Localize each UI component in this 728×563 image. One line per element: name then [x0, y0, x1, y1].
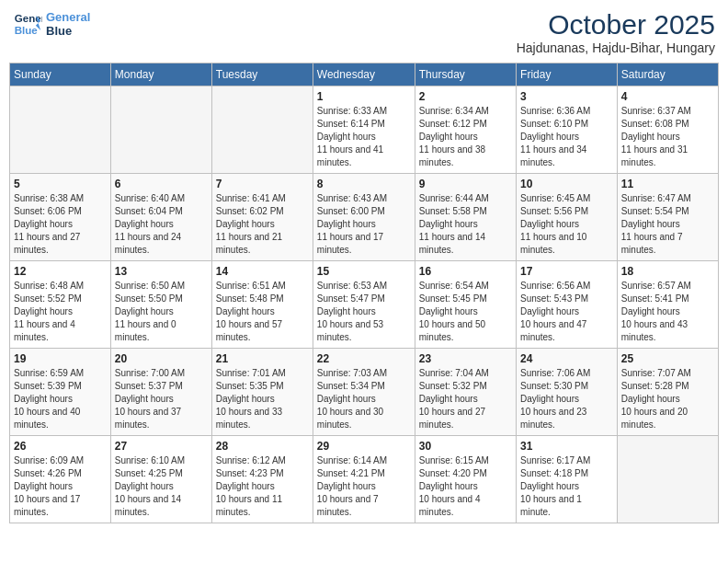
day-cell: 20Sunrise: 7:00 AMSunset: 5:37 PMDayligh… [110, 349, 211, 436]
day-info: Sunrise: 6:48 AMSunset: 5:52 PMDaylight … [14, 280, 107, 344]
day-info: Sunrise: 6:40 AMSunset: 6:04 PMDaylight … [115, 192, 208, 257]
page-header: General Blue GeneralBlue October 2025 Ha… [9, 9, 719, 55]
day-info: Sunrise: 6:53 AMSunset: 5:47 PMDaylight … [317, 280, 411, 344]
day-cell: 8Sunrise: 6:43 AMSunset: 6:00 PMDaylight… [313, 174, 415, 261]
day-number: 6 [115, 178, 208, 190]
day-info: Sunrise: 6:17 AMSunset: 4:18 PMDaylight … [520, 454, 613, 519]
day-number: 9 [419, 178, 512, 190]
day-number: 19 [14, 352, 107, 365]
day-info: Sunrise: 6:33 AMSunset: 6:14 PMDaylight … [317, 105, 411, 169]
day-cell: 15Sunrise: 6:53 AMSunset: 5:47 PMDayligh… [313, 261, 415, 349]
day-cell: 1Sunrise: 6:33 AMSunset: 6:14 PMDaylight… [313, 86, 415, 174]
day-info: Sunrise: 6:43 AMSunset: 6:00 PMDaylight … [317, 192, 411, 257]
day-cell: 24Sunrise: 7:06 AMSunset: 5:30 PMDayligh… [517, 349, 618, 436]
day-cell: 18Sunrise: 6:57 AMSunset: 5:41 PMDayligh… [617, 261, 718, 349]
title-area: October 2025 Hajdunanas, Hajdu-Bihar, Hu… [517, 9, 715, 55]
day-cell: 29Sunrise: 6:14 AMSunset: 4:21 PMDayligh… [313, 436, 415, 523]
weekday-header-saturday: Saturday [617, 63, 718, 86]
day-cell: 26Sunrise: 6:09 AMSunset: 4:26 PMDayligh… [10, 436, 111, 523]
weekday-header-row: SundayMondayTuesdayWednesdayThursdayFrid… [10, 63, 719, 86]
day-info: Sunrise: 6:09 AMSunset: 4:26 PMDaylight … [14, 454, 107, 519]
day-info: Sunrise: 6:50 AMSunset: 5:50 PMDaylight … [115, 280, 208, 344]
day-info: Sunrise: 6:14 AMSunset: 4:21 PMDaylight … [317, 454, 411, 519]
weekday-header-thursday: Thursday [415, 63, 516, 86]
day-number: 22 [317, 352, 411, 365]
day-cell: 4Sunrise: 6:37 AMSunset: 6:08 PMDaylight… [617, 86, 718, 174]
day-cell: 10Sunrise: 6:45 AMSunset: 5:56 PMDayligh… [517, 174, 618, 261]
day-number: 1 [317, 90, 411, 103]
day-number: 23 [419, 352, 512, 365]
day-number: 28 [216, 440, 309, 453]
day-cell: 3Sunrise: 6:36 AMSunset: 6:10 PMDaylight… [517, 86, 618, 174]
weekday-header-monday: Monday [110, 63, 211, 86]
day-cell: 9Sunrise: 6:44 AMSunset: 5:58 PMDaylight… [415, 174, 516, 261]
day-cell: 14Sunrise: 6:51 AMSunset: 5:48 PMDayligh… [211, 261, 313, 349]
day-info: Sunrise: 7:04 AMSunset: 5:32 PMDaylight … [419, 367, 512, 431]
day-number: 2 [419, 90, 512, 103]
weekday-header-friday: Friday [517, 63, 618, 86]
day-number: 10 [520, 178, 613, 190]
day-number: 7 [216, 178, 309, 190]
day-number: 4 [621, 90, 714, 103]
day-number: 26 [14, 440, 107, 453]
day-cell [617, 436, 718, 523]
day-number: 8 [317, 178, 411, 190]
day-cell: 19Sunrise: 6:59 AMSunset: 5:39 PMDayligh… [10, 349, 111, 436]
day-info: Sunrise: 6:45 AMSunset: 5:56 PMDaylight … [520, 192, 613, 257]
day-info: Sunrise: 7:07 AMSunset: 5:28 PMDaylight … [621, 367, 714, 431]
day-info: Sunrise: 6:47 AMSunset: 5:54 PMDaylight … [621, 192, 714, 257]
day-number: 16 [419, 265, 512, 278]
day-number: 17 [520, 265, 613, 278]
week-row-5: 26Sunrise: 6:09 AMSunset: 4:26 PMDayligh… [10, 436, 719, 523]
day-number: 14 [216, 265, 309, 278]
day-cell: 2Sunrise: 6:34 AMSunset: 6:12 PMDaylight… [415, 86, 516, 174]
day-cell [10, 86, 111, 174]
day-cell: 16Sunrise: 6:54 AMSunset: 5:45 PMDayligh… [415, 261, 516, 349]
day-cell: 7Sunrise: 6:41 AMSunset: 6:02 PMDaylight… [211, 174, 313, 261]
day-cell: 17Sunrise: 6:56 AMSunset: 5:43 PMDayligh… [517, 261, 618, 349]
day-info: Sunrise: 7:01 AMSunset: 5:35 PMDaylight … [216, 367, 309, 431]
svg-text:Blue: Blue [15, 25, 39, 36]
day-number: 25 [621, 352, 714, 365]
day-cell [211, 86, 313, 174]
day-cell: 21Sunrise: 7:01 AMSunset: 5:35 PMDayligh… [211, 349, 313, 436]
day-info: Sunrise: 6:12 AMSunset: 4:23 PMDaylight … [216, 454, 309, 519]
day-number: 3 [520, 90, 613, 103]
day-cell: 23Sunrise: 7:04 AMSunset: 5:32 PMDayligh… [415, 349, 516, 436]
subtitle: Hajdunanas, Hajdu-Bihar, Hungary [517, 40, 715, 55]
day-number: 15 [317, 265, 411, 278]
day-info: Sunrise: 6:59 AMSunset: 5:39 PMDaylight … [14, 367, 107, 431]
day-number: 12 [14, 265, 107, 278]
day-info: Sunrise: 6:38 AMSunset: 6:06 PMDaylight … [14, 192, 107, 257]
day-number: 24 [520, 352, 613, 365]
day-number: 18 [621, 265, 714, 278]
day-info: Sunrise: 6:15 AMSunset: 4:20 PMDaylight … [419, 454, 512, 519]
day-number: 21 [216, 352, 309, 365]
logo-text: GeneralBlue [46, 10, 90, 38]
day-info: Sunrise: 7:06 AMSunset: 5:30 PMDaylight … [520, 367, 613, 431]
day-info: Sunrise: 7:03 AMSunset: 5:34 PMDaylight … [317, 367, 411, 431]
day-number: 11 [621, 178, 714, 190]
week-row-1: 1Sunrise: 6:33 AMSunset: 6:14 PMDaylight… [10, 86, 719, 174]
day-cell: 6Sunrise: 6:40 AMSunset: 6:04 PMDaylight… [110, 174, 211, 261]
day-info: Sunrise: 6:34 AMSunset: 6:12 PMDaylight … [419, 105, 512, 169]
day-info: Sunrise: 6:41 AMSunset: 6:02 PMDaylight … [216, 192, 309, 257]
day-info: Sunrise: 7:00 AMSunset: 5:37 PMDaylight … [115, 367, 208, 431]
week-row-3: 12Sunrise: 6:48 AMSunset: 5:52 PMDayligh… [10, 261, 719, 349]
day-info: Sunrise: 6:10 AMSunset: 4:25 PMDaylight … [115, 454, 208, 519]
day-info: Sunrise: 6:36 AMSunset: 6:10 PMDaylight … [520, 105, 613, 169]
day-cell: 12Sunrise: 6:48 AMSunset: 5:52 PMDayligh… [10, 261, 111, 349]
day-cell: 13Sunrise: 6:50 AMSunset: 5:50 PMDayligh… [110, 261, 211, 349]
day-info: Sunrise: 6:56 AMSunset: 5:43 PMDaylight … [520, 280, 613, 344]
logo-icon: General Blue [13, 9, 42, 39]
day-number: 29 [317, 440, 411, 453]
month-title: October 2025 [517, 9, 715, 40]
day-number: 5 [14, 178, 107, 190]
day-info: Sunrise: 6:37 AMSunset: 6:08 PMDaylight … [621, 105, 714, 169]
logo: General Blue GeneralBlue [13, 9, 90, 39]
day-cell: 25Sunrise: 7:07 AMSunset: 5:28 PMDayligh… [617, 349, 718, 436]
day-cell: 28Sunrise: 6:12 AMSunset: 4:23 PMDayligh… [211, 436, 313, 523]
day-cell: 31Sunrise: 6:17 AMSunset: 4:18 PMDayligh… [517, 436, 618, 523]
day-info: Sunrise: 6:44 AMSunset: 5:58 PMDaylight … [419, 192, 512, 257]
day-cell: 5Sunrise: 6:38 AMSunset: 6:06 PMDaylight… [10, 174, 111, 261]
